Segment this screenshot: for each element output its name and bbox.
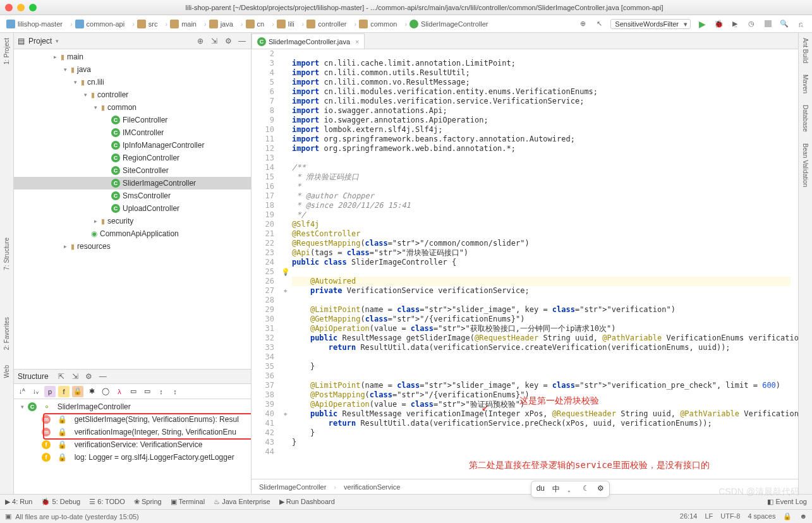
tree-node[interactable]: CIpInfoManagerController: [14, 139, 251, 152]
rundash-tool[interactable]: ▶ Run Dashboard: [279, 498, 335, 506]
crumb-member[interactable]: verificationService: [344, 483, 400, 491]
tree-node[interactable]: ▸▮security: [14, 215, 251, 227]
ime-moon-icon[interactable]: ☾: [583, 484, 590, 495]
indent[interactable]: 4 spaces: [748, 512, 775, 520]
breadcrumb-item[interactable]: ›main: [161, 20, 200, 28]
collapse-icon[interactable]: ⇲: [209, 36, 219, 46]
tab-bean[interactable]: Bean Validation: [801, 141, 810, 189]
expand-icon[interactable]: ⇱: [56, 371, 66, 382]
code-editor[interactable]: 2345678910111213141516171819202122232425…: [251, 49, 798, 479]
breadcrumb-item[interactable]: ›lili: [268, 20, 298, 28]
tree-node[interactable]: CFileController: [14, 114, 251, 126]
tree-node[interactable]: ▾▮java: [14, 63, 251, 76]
tab-favorites[interactable]: 2: Favorites: [2, 315, 11, 352]
i2-icon[interactable]: ▭: [142, 386, 153, 397]
run-config-dropdown[interactable]: SensitiveWordsFilter: [610, 19, 691, 29]
editor-breadcrumb[interactable]: SliderImageController › verificationServ…: [251, 479, 798, 494]
hide-icon[interactable]: —: [98, 371, 108, 382]
debug-icon[interactable]: 🐞: [713, 19, 724, 29]
ime-zh[interactable]: 中: [552, 484, 560, 495]
i1-icon[interactable]: ▭: [128, 386, 139, 397]
structure-tree[interactable]: ▾C ⚬ SliderImageControllerm 🔒 getSliderI…: [14, 399, 251, 494]
breadcrumb-item[interactable]: ›cn: [237, 20, 268, 28]
breadcrumb-item[interactable]: ›controller: [298, 20, 351, 28]
run-icon[interactable]: ▶: [697, 19, 707, 29]
structure-item[interactable]: f 🔒 log: Logger = org.slf4j.LoggerFactor…: [14, 451, 251, 464]
breadcrumb-item[interactable]: ›java: [200, 20, 237, 28]
close-tab-icon[interactable]: ×: [355, 38, 359, 45]
breadcrumb-item[interactable]: ›common: [351, 20, 401, 28]
editor-tab[interactable]: C SliderImageController.java ×: [251, 33, 365, 49]
collapse2-icon[interactable]: ⇲: [70, 371, 80, 382]
zoom-icon[interactable]: [29, 4, 37, 11]
breadcrumb-item[interactable]: ›SliderImageController: [401, 20, 492, 28]
profile-icon[interactable]: ◷: [746, 19, 756, 29]
tree-node[interactable]: ▾▮controller: [14, 88, 251, 101]
structure-item[interactable]: m 🔒 verificationImage(Integer, String, V…: [14, 426, 251, 438]
tree-node[interactable]: CSiteController: [14, 164, 251, 177]
run-tool[interactable]: ▶ 4: Run: [5, 498, 32, 506]
tree-node[interactable]: CRegionController: [14, 152, 251, 164]
breadcrumb-item[interactable]: lilishop-master: [3, 20, 66, 28]
scroll-from-source-icon[interactable]: ⊕: [195, 36, 205, 46]
lambda-icon[interactable]: λ: [114, 386, 125, 397]
hide-icon[interactable]: —: [237, 36, 247, 46]
structure-root[interactable]: ▾C ⚬ SliderImageController: [14, 400, 251, 413]
search-icon[interactable]: 🔍: [779, 19, 789, 29]
tab-project[interactable]: 1: Project: [2, 35, 11, 67]
crumb-class[interactable]: SliderImageController: [259, 483, 326, 491]
tree-node[interactable]: ▾▮common: [14, 101, 251, 114]
vcs-icon[interactable]: ⎌: [796, 19, 806, 29]
tree-node[interactable]: ▾▮cn.lili: [14, 76, 251, 88]
sort-vis-icon[interactable]: ↓ᵥ: [30, 386, 42, 397]
tab-ant[interactable]: Ant Build: [801, 35, 810, 66]
show-fields-icon[interactable]: f: [58, 386, 70, 397]
line-sep[interactable]: LF: [705, 512, 713, 520]
debug-tool[interactable]: 🐞 5: Debug: [41, 498, 80, 506]
inherited-icon[interactable]: ✱: [86, 386, 97, 397]
target-icon[interactable]: ⊕: [578, 19, 588, 29]
show-nonpublic-icon[interactable]: 🔒: [72, 386, 83, 397]
tree-node[interactable]: ▸▮main: [14, 51, 251, 63]
gear-icon[interactable]: ⚙: [223, 36, 233, 46]
project-tree[interactable]: ▸▮main▾▮java▾▮cn.lili▾▮controller▾▮commo…: [14, 49, 251, 369]
stop-button[interactable]: [763, 19, 773, 29]
breadcrumb-item[interactable]: ›common-api: [66, 20, 128, 28]
tree-node[interactable]: ▸▮resources: [14, 240, 251, 253]
terminal-tool[interactable]: ▣ Terminal: [171, 498, 205, 506]
window-tool-icon[interactable]: ▣: [5, 512, 11, 520]
tree-node[interactable]: CIMController: [14, 126, 251, 139]
encoding[interactable]: UTF-8: [720, 512, 740, 520]
lock-icon[interactable]: 🔒: [783, 512, 792, 520]
breadcrumb-item[interactable]: ›src: [128, 20, 161, 28]
ime-floatbar[interactable]: du 中 。 ☾ ⚙: [531, 481, 610, 498]
tree-node[interactable]: CSmsController: [14, 189, 251, 202]
coverage-icon[interactable]: ▶̤: [730, 19, 740, 29]
close-icon[interactable]: [5, 4, 13, 11]
tab-database[interactable]: Database: [801, 102, 810, 135]
javaee-tool[interactable]: ♨ Java Enterprise: [214, 498, 270, 506]
structure-item[interactable]: m 🔒 getSliderImage(String, VerificationE…: [14, 413, 251, 426]
tab-web[interactable]: Web: [2, 363, 11, 380]
ime-gear-icon[interactable]: ⚙: [597, 484, 604, 495]
gear-icon[interactable]: ⚙: [84, 371, 94, 382]
back-icon[interactable]: ↖: [594, 19, 604, 29]
spring-tool[interactable]: ❀ Spring: [134, 498, 162, 506]
todo-tool[interactable]: ☰ 6: TODO: [89, 498, 125, 506]
tree-node[interactable]: ◉CommonApiApplication: [14, 227, 251, 240]
tab-structure[interactable]: 7: Structure: [2, 235, 11, 273]
event-log[interactable]: ◧ Event Log: [767, 498, 807, 506]
tree-node[interactable]: CSliderImageController: [14, 177, 251, 189]
structure-item[interactable]: f 🔒 verificationService: VerificationSer…: [14, 438, 251, 451]
tree-node[interactable]: CUploadController: [14, 202, 251, 215]
anon-icon[interactable]: ◯: [100, 386, 111, 397]
tab-maven[interactable]: Maven: [801, 72, 810, 96]
ime-punct[interactable]: 。: [567, 484, 575, 495]
autoscroll-icon[interactable]: ↕: [155, 386, 167, 397]
show-props-icon[interactable]: p: [44, 386, 56, 397]
sort-az-icon[interactable]: ↓ᴬ: [16, 386, 28, 397]
hector-icon[interactable]: ☻: [799, 512, 807, 520]
caret-pos[interactable]: 26:14: [680, 512, 698, 520]
ime-du[interactable]: du: [536, 484, 545, 495]
minimize-icon[interactable]: [17, 4, 25, 11]
